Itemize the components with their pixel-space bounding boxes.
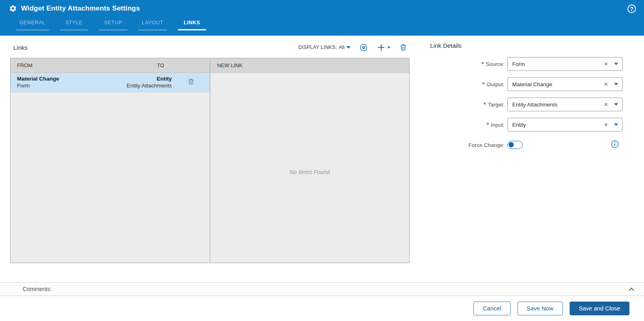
- clear-icon[interactable]: ×: [604, 101, 608, 108]
- comments-bar[interactable]: Comments:: [0, 282, 644, 296]
- delete-link-button[interactable]: [399, 43, 407, 51]
- info-icon[interactable]: [610, 140, 619, 150]
- chevron-down-icon[interactable]: [614, 123, 618, 126]
- chevron-up-icon[interactable]: [628, 286, 635, 292]
- links-toolbar: DISPLAY LINKS: All: [298, 43, 410, 52]
- output-combobox[interactable]: Material Change ×: [507, 77, 623, 91]
- chevron-down-icon: [387, 47, 391, 49]
- links-panel-title: Links: [10, 44, 27, 51]
- tab-links[interactable]: LINKS: [178, 20, 206, 30]
- link-from-cell: Material Change Form: [11, 76, 95, 89]
- clear-icon[interactable]: ×: [604, 61, 608, 67]
- new-link-pane: NEW LINK No Items Found: [210, 58, 409, 263]
- link-row-selected[interactable]: Material Change Form Entity Entity Attac…: [11, 73, 210, 92]
- new-link-header: NEW LINK: [210, 58, 409, 73]
- output-label: Output:: [487, 81, 505, 87]
- clear-icon[interactable]: ×: [604, 121, 608, 128]
- required-mark: *: [481, 61, 484, 67]
- required-mark: *: [487, 121, 489, 128]
- dialog-header: Widget Entity Attachments Settings ? GEN…: [0, 0, 644, 36]
- add-link-button[interactable]: [377, 43, 391, 52]
- row-delete-button[interactable]: [188, 78, 194, 87]
- tab-style[interactable]: STYLE: [60, 20, 88, 30]
- gear-icon: [9, 4, 17, 13]
- links-list-pane: FROM TO Material Change Form Entity Enti…: [11, 58, 210, 263]
- force-change-label: Force Change:: [469, 142, 505, 148]
- link-details-panel: Link Details * Source: Form × * Output: …: [420, 42, 623, 158]
- column-header-from: FROM: [11, 62, 91, 68]
- plus-icon: [377, 43, 386, 52]
- dialog-footer: Cancel Save Now Save and Close: [0, 296, 644, 321]
- cancel-button[interactable]: Cancel: [473, 302, 510, 315]
- chevron-down-icon: [346, 46, 351, 49]
- settings-dialog: Widget Entity Attachments Settings ? GEN…: [0, 0, 644, 321]
- tab-bar: GENERAL STYLE SETUP LAYOUT LINKS: [16, 20, 206, 30]
- toggle-knob: [509, 142, 514, 147]
- force-change-toggle[interactable]: [507, 141, 523, 149]
- trash-icon: [399, 43, 407, 51]
- column-header-new-link: NEW LINK: [210, 62, 243, 68]
- links-table: FROM TO Material Change Form Entity Enti…: [10, 58, 410, 263]
- required-mark: *: [482, 81, 484, 87]
- chevron-down-icon[interactable]: [614, 103, 618, 106]
- help-icon[interactable]: ?: [627, 4, 636, 13]
- tab-general[interactable]: GENERAL: [16, 20, 49, 30]
- target-label: Target:: [488, 102, 505, 108]
- trash-icon: [188, 78, 194, 85]
- chevron-down-icon[interactable]: [614, 83, 618, 85]
- source-combobox[interactable]: Form ×: [507, 57, 623, 71]
- dialog-title: Widget Entity Attachments Settings: [21, 4, 140, 13]
- input-label: Input:: [491, 122, 505, 128]
- circle-gear-icon: [359, 43, 368, 52]
- link-details-title: Link Details: [430, 42, 623, 49]
- auto-link-button[interactable]: [359, 43, 368, 52]
- column-header-to: TO: [91, 62, 210, 68]
- empty-state-message: No Items Found: [210, 169, 409, 175]
- comments-label: Comments:: [23, 286, 52, 292]
- display-links-value: All: [339, 45, 344, 50]
- display-links-label: DISPLAY LINKS:: [298, 45, 337, 50]
- save-and-close-button[interactable]: Save and Close: [570, 302, 629, 315]
- input-combobox[interactable]: Entity ×: [507, 118, 623, 132]
- save-now-button[interactable]: Save Now: [517, 302, 563, 315]
- clear-icon[interactable]: ×: [604, 81, 608, 87]
- required-mark: *: [484, 101, 486, 108]
- tab-layout[interactable]: LAYOUT: [138, 20, 167, 30]
- target-combobox[interactable]: Entity Attachments ×: [507, 98, 623, 111]
- links-table-header: FROM TO: [11, 58, 210, 73]
- link-to-cell: Entity Entity Attachments: [95, 76, 172, 89]
- display-links-dropdown[interactable]: DISPLAY LINKS: All: [298, 45, 351, 50]
- chevron-down-icon[interactable]: [614, 63, 618, 65]
- source-label: Source:: [486, 61, 505, 67]
- tab-setup[interactable]: SETUP: [99, 20, 127, 30]
